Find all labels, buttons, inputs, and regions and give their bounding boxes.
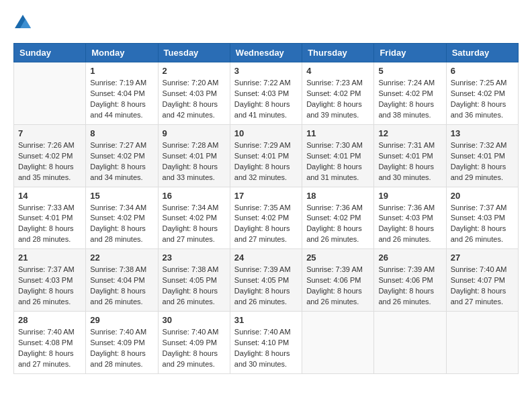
day-info: Sunrise: 7:39 AMSunset: 4:05 PMDaylight:… xyxy=(234,265,298,308)
day-info: Sunrise: 7:40 AMSunset: 4:09 PMDaylight:… xyxy=(90,327,153,370)
page-header xyxy=(13,13,519,32)
day-info: Sunrise: 7:34 AMSunset: 4:02 PMDaylight:… xyxy=(90,203,153,246)
day-number: 7 xyxy=(18,128,81,138)
day-number: 22 xyxy=(90,253,153,263)
calendar-cell: 14Sunrise: 7:33 AMSunset: 4:01 PMDayligh… xyxy=(14,187,86,249)
day-info: Sunrise: 7:38 AMSunset: 4:05 PMDaylight:… xyxy=(163,265,226,308)
logo xyxy=(13,13,35,32)
day-number: 31 xyxy=(234,315,298,325)
day-number: 16 xyxy=(163,191,226,201)
day-info: Sunrise: 7:30 AMSunset: 4:01 PMDaylight:… xyxy=(306,140,369,183)
day-info: Sunrise: 7:35 AMSunset: 4:02 PMDaylight:… xyxy=(234,203,298,246)
weekday-header: Tuesday xyxy=(158,44,230,62)
day-info: Sunrise: 7:24 AMSunset: 4:02 PMDaylight:… xyxy=(378,78,441,121)
day-number: 18 xyxy=(306,191,369,201)
day-info: Sunrise: 7:36 AMSunset: 4:02 PMDaylight:… xyxy=(306,203,369,246)
day-number: 29 xyxy=(90,315,153,325)
day-number: 13 xyxy=(451,128,514,138)
calendar-cell: 5Sunrise: 7:24 AMSunset: 4:02 PMDaylight… xyxy=(374,62,446,125)
day-number: 23 xyxy=(163,253,226,263)
day-number: 28 xyxy=(18,315,81,325)
calendar-cell: 20Sunrise: 7:37 AMSunset: 4:03 PMDayligh… xyxy=(446,187,518,249)
calendar-cell: 27Sunrise: 7:40 AMSunset: 4:07 PMDayligh… xyxy=(446,249,518,312)
day-number: 12 xyxy=(378,128,441,138)
calendar-week-row: 1Sunrise: 7:19 AMSunset: 4:04 PMDaylight… xyxy=(14,62,519,125)
weekday-header: Saturday xyxy=(446,44,518,62)
day-number: 24 xyxy=(234,253,298,263)
calendar-table: SundayMondayTuesdayWednesdayThursdayFrid… xyxy=(13,43,519,374)
day-info: Sunrise: 7:40 AMSunset: 4:10 PMDaylight:… xyxy=(234,327,298,370)
calendar-cell: 26Sunrise: 7:39 AMSunset: 4:06 PMDayligh… xyxy=(374,249,446,312)
calendar-cell: 6Sunrise: 7:25 AMSunset: 4:02 PMDaylight… xyxy=(446,62,518,125)
day-number: 10 xyxy=(234,128,298,138)
weekday-header: Monday xyxy=(86,44,158,62)
calendar-cell: 24Sunrise: 7:39 AMSunset: 4:05 PMDayligh… xyxy=(230,249,302,312)
calendar-week-row: 21Sunrise: 7:37 AMSunset: 4:03 PMDayligh… xyxy=(14,249,519,312)
day-info: Sunrise: 7:31 AMSunset: 4:01 PMDaylight:… xyxy=(378,140,441,183)
day-info: Sunrise: 7:27 AMSunset: 4:02 PMDaylight:… xyxy=(90,140,153,183)
calendar-week-row: 28Sunrise: 7:40 AMSunset: 4:08 PMDayligh… xyxy=(14,312,519,374)
weekday-header: Thursday xyxy=(302,44,374,62)
day-number: 27 xyxy=(451,253,514,263)
calendar-cell: 10Sunrise: 7:29 AMSunset: 4:01 PMDayligh… xyxy=(230,124,302,187)
day-info: Sunrise: 7:25 AMSunset: 4:02 PMDaylight:… xyxy=(451,78,514,121)
day-info: Sunrise: 7:40 AMSunset: 4:08 PMDaylight:… xyxy=(18,327,81,370)
calendar-cell: 12Sunrise: 7:31 AMSunset: 4:01 PMDayligh… xyxy=(374,124,446,187)
calendar-cell: 25Sunrise: 7:39 AMSunset: 4:06 PMDayligh… xyxy=(302,249,374,312)
day-info: Sunrise: 7:28 AMSunset: 4:01 PMDaylight:… xyxy=(163,140,226,183)
calendar-cell: 3Sunrise: 7:22 AMSunset: 4:03 PMDaylight… xyxy=(230,62,302,125)
calendar-cell: 17Sunrise: 7:35 AMSunset: 4:02 PMDayligh… xyxy=(230,187,302,249)
day-number: 20 xyxy=(451,191,514,201)
day-number: 11 xyxy=(306,128,369,138)
calendar-header-row: SundayMondayTuesdayWednesdayThursdayFrid… xyxy=(14,44,519,62)
calendar-cell: 15Sunrise: 7:34 AMSunset: 4:02 PMDayligh… xyxy=(86,187,158,249)
day-number: 21 xyxy=(18,253,81,263)
day-info: Sunrise: 7:37 AMSunset: 4:03 PMDaylight:… xyxy=(18,265,81,308)
day-info: Sunrise: 7:23 AMSunset: 4:02 PMDaylight:… xyxy=(306,78,369,121)
day-info: Sunrise: 7:20 AMSunset: 4:03 PMDaylight:… xyxy=(163,78,226,121)
calendar-cell: 30Sunrise: 7:40 AMSunset: 4:09 PMDayligh… xyxy=(158,312,230,374)
day-info: Sunrise: 7:19 AMSunset: 4:04 PMDaylight:… xyxy=(90,78,153,121)
calendar-cell: 8Sunrise: 7:27 AMSunset: 4:02 PMDaylight… xyxy=(86,124,158,187)
calendar-cell: 28Sunrise: 7:40 AMSunset: 4:08 PMDayligh… xyxy=(14,312,86,374)
day-number: 2 xyxy=(163,66,226,76)
calendar-cell xyxy=(446,312,518,374)
weekday-header: Sunday xyxy=(14,44,86,62)
calendar-cell: 4Sunrise: 7:23 AMSunset: 4:02 PMDaylight… xyxy=(302,62,374,125)
calendar-cell: 1Sunrise: 7:19 AMSunset: 4:04 PMDaylight… xyxy=(86,62,158,125)
day-info: Sunrise: 7:36 AMSunset: 4:03 PMDaylight:… xyxy=(378,203,441,246)
calendar-cell: 13Sunrise: 7:32 AMSunset: 4:01 PMDayligh… xyxy=(446,124,518,187)
day-info: Sunrise: 7:34 AMSunset: 4:02 PMDaylight:… xyxy=(163,203,226,246)
calendar-cell: 9Sunrise: 7:28 AMSunset: 4:01 PMDaylight… xyxy=(158,124,230,187)
day-number: 19 xyxy=(378,191,441,201)
day-info: Sunrise: 7:26 AMSunset: 4:02 PMDaylight:… xyxy=(18,140,81,183)
calendar-cell xyxy=(302,312,374,374)
day-number: 26 xyxy=(378,253,441,263)
day-info: Sunrise: 7:32 AMSunset: 4:01 PMDaylight:… xyxy=(451,140,514,183)
calendar-cell: 11Sunrise: 7:30 AMSunset: 4:01 PMDayligh… xyxy=(302,124,374,187)
day-info: Sunrise: 7:33 AMSunset: 4:01 PMDaylight:… xyxy=(18,203,81,246)
day-info: Sunrise: 7:40 AMSunset: 4:09 PMDaylight:… xyxy=(163,327,226,370)
day-number: 5 xyxy=(378,66,441,76)
day-info: Sunrise: 7:39 AMSunset: 4:06 PMDaylight:… xyxy=(306,265,369,308)
calendar-cell xyxy=(14,62,86,125)
weekday-header: Friday xyxy=(374,44,446,62)
calendar-week-row: 14Sunrise: 7:33 AMSunset: 4:01 PMDayligh… xyxy=(14,187,519,249)
day-number: 15 xyxy=(90,191,153,201)
calendar-cell: 2Sunrise: 7:20 AMSunset: 4:03 PMDaylight… xyxy=(158,62,230,125)
day-info: Sunrise: 7:29 AMSunset: 4:01 PMDaylight:… xyxy=(234,140,298,183)
day-number: 4 xyxy=(306,66,369,76)
day-info: Sunrise: 7:40 AMSunset: 4:07 PMDaylight:… xyxy=(451,265,514,308)
calendar-cell: 21Sunrise: 7:37 AMSunset: 4:03 PMDayligh… xyxy=(14,249,86,312)
day-info: Sunrise: 7:39 AMSunset: 4:06 PMDaylight:… xyxy=(378,265,441,308)
calendar-cell: 18Sunrise: 7:36 AMSunset: 4:02 PMDayligh… xyxy=(302,187,374,249)
day-number: 3 xyxy=(234,66,298,76)
day-number: 25 xyxy=(306,253,369,263)
calendar-cell: 16Sunrise: 7:34 AMSunset: 4:02 PMDayligh… xyxy=(158,187,230,249)
logo-icon xyxy=(13,13,32,32)
calendar-cell: 22Sunrise: 7:38 AMSunset: 4:04 PMDayligh… xyxy=(86,249,158,312)
calendar-cell: 19Sunrise: 7:36 AMSunset: 4:03 PMDayligh… xyxy=(374,187,446,249)
calendar-week-row: 7Sunrise: 7:26 AMSunset: 4:02 PMDaylight… xyxy=(14,124,519,187)
day-number: 17 xyxy=(234,191,298,201)
weekday-header: Wednesday xyxy=(230,44,302,62)
